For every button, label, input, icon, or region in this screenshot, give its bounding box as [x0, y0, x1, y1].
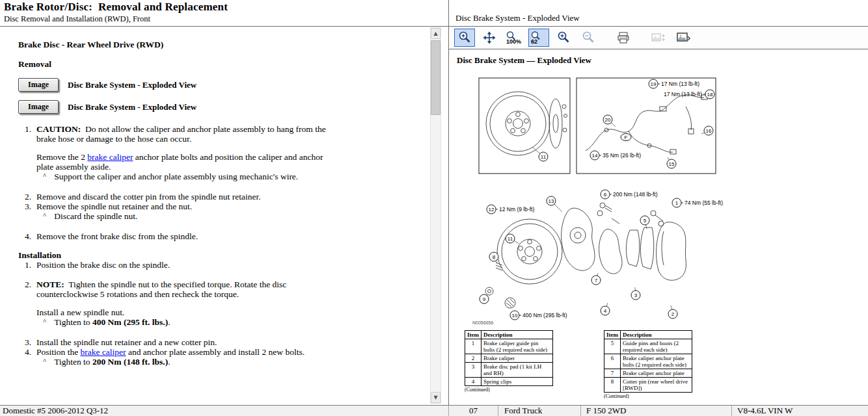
brake-caliper-link[interactable]: brake caliper	[87, 152, 133, 162]
item-number: 1	[465, 339, 481, 354]
viewer-title: Disc Brake System - Exploded View	[455, 13, 580, 23]
step-text: Install the spindle nut retainer and a n…	[36, 337, 331, 347]
image-viewer-panel: Disc Brake System - Exploded View 100%62…	[449, 0, 868, 405]
table-continued-note: (Continued)	[604, 393, 692, 399]
image-capture-button[interactable]	[673, 29, 694, 47]
step-number: 2.	[18, 280, 31, 328]
pan-button[interactable]	[479, 29, 500, 47]
procedure-step: 3.Remove the spindle nut retainer and th…	[18, 202, 331, 222]
step-number: 3.	[18, 202, 31, 222]
step-paragraph: Position the brake disc on the spindle.	[36, 260, 331, 270]
diagram-area: Disc Brake System — Exploded View	[449, 49, 868, 405]
section-heading: Brake Disc - Rear Wheel Drive (RWD)	[18, 40, 331, 49]
image-button[interactable]: Image	[18, 100, 59, 114]
svg-text:1: 1	[675, 200, 679, 206]
table-row: 7Brake caliper anchor plate	[604, 369, 692, 378]
item-description: Brake caliper anchor plate bolts (2 requ…	[621, 354, 692, 369]
step-paragraph: NOTE: Tighten the spindle nut to the spe…	[36, 280, 331, 299]
svg-text:2: 2	[671, 311, 675, 317]
procedure-content: Brake Disc - Rear Wheel Drive (RWD) Remo…	[18, 40, 331, 367]
item-number: 4	[465, 378, 481, 386]
print-button[interactable]	[613, 29, 634, 47]
table-row: 8Cotter pin (rear wheel drive [RWD])	[604, 378, 692, 393]
procedure-step: 2.Remove and discard the cotter pin from…	[18, 192, 331, 202]
status-model: F 150 2WD	[581, 406, 732, 416]
magnifier-plus-icon	[556, 31, 571, 45]
main-callouts-group: 1212 Nm (9 lb-ft)136200 Nm (148 lb-ft)17…	[480, 190, 723, 320]
sub-step: ^Support the caliper and anchor plate as…	[36, 172, 331, 182]
bold-text: CAUTION:	[36, 124, 81, 134]
viewer-toolbar: 100%62	[449, 27, 868, 49]
callout-7: 7	[591, 273, 601, 285]
torque-label: 35 Nm (26 lb-ft)	[603, 152, 641, 159]
step-paragraph: Remove the 2 brake caliper anchor plate …	[36, 152, 331, 172]
sub-step: ^Tighten to 200 Nm (148 ft. lbs.).	[36, 357, 331, 367]
zoom-step-in-button[interactable]	[553, 29, 574, 47]
sub-bullet-caret: ^	[43, 356, 46, 366]
zoom-out-button[interactable]	[578, 29, 599, 47]
callout-4: 4	[601, 303, 610, 315]
svg-text:20: 20	[605, 117, 611, 123]
image-link-label: Disc Brake System - Exploded View	[68, 80, 197, 90]
step-text: CAUTION: Do not allow the caliper and an…	[36, 124, 331, 182]
inset-callouts-group: 1917 Nm (13 lb-ft)1817 Nm (13 lb-ft)2016…	[532, 79, 714, 168]
installation-heading: Installation	[18, 250, 331, 260]
zoom-in-button[interactable]	[454, 29, 475, 47]
svg-text:12: 12	[489, 207, 495, 213]
step-number: 4.	[18, 347, 31, 367]
sub-bullet-caret: ^	[43, 171, 46, 181]
callout-8: 8	[489, 252, 498, 263]
svg-text:100%: 100%	[506, 38, 521, 45]
scrollbar-track[interactable]	[431, 39, 441, 392]
svg-text:6: 6	[604, 192, 607, 198]
zoom-62-button[interactable]: 62	[528, 29, 549, 47]
callout-3: 3	[631, 287, 640, 300]
step-paragraph: Position the brake caliper and anchor pl…	[36, 347, 331, 357]
vertical-scrollbar[interactable]: ▲ ▼	[430, 27, 441, 404]
item-description: Guide pins and boots (2 required each si…	[621, 339, 692, 354]
zoom-100-button[interactable]: 100%	[504, 29, 524, 47]
magnifier-zoom-level-icon: 100%	[505, 31, 523, 45]
svg-text:62: 62	[531, 38, 537, 45]
copy-image-button[interactable]	[648, 29, 669, 47]
svg-text:11: 11	[508, 236, 513, 242]
callout-1: 174 Nm (55 lb-ft)	[672, 198, 723, 207]
parts-tables: ItemDescription1Brake caliper guide pin …	[465, 330, 868, 399]
callout-13: 13	[547, 196, 562, 212]
item-description: Brake caliper guide pin bolts (2 require…	[481, 339, 553, 354]
step-paragraph: Remove the front brake disc from the spi…	[36, 231, 331, 241]
step-text: Position the brake disc on the spindle.	[36, 260, 331, 270]
image-link-row: Image Disc Brake System - Exploded View	[18, 78, 331, 92]
step-paragraph: CAUTION: Do not allow the caliper and an…	[36, 124, 331, 144]
svg-text:16: 16	[706, 128, 712, 134]
torque-label: 17 Nm (13 lb-ft)	[661, 81, 699, 87]
removal-heading: Removal	[18, 59, 331, 69]
procedure-scroll-area: Brake Disc - Rear Wheel Drive (RWD) Remo…	[0, 27, 448, 405]
step-number: 4.	[18, 231, 31, 241]
image-capture-icon	[675, 31, 691, 45]
image-button[interactable]: Image	[18, 78, 59, 92]
item-number: 2	[465, 354, 481, 363]
magnifier-plus-icon	[457, 31, 472, 45]
page-subtitle: Disc Removal and Installation (RWD), Fro…	[4, 14, 448, 24]
table-row: 1Brake caliper guide pin bolts (2 requir…	[465, 339, 553, 354]
parts-table-1: ItemDescription1Brake caliper guide pin …	[465, 330, 553, 399]
procedure-step: 4.Position the brake caliper and anchor …	[18, 347, 331, 367]
table-header: Description	[621, 331, 692, 339]
app-window: Brake Rotor/Disc: Removal and Replacemen…	[0, 0, 868, 405]
table-continued-note: (Continued)	[465, 387, 553, 393]
scroll-down-button[interactable]: ▼	[431, 392, 441, 403]
sub-bullet-caret: ^	[43, 211, 46, 220]
image-export-icon	[651, 31, 666, 45]
brake-caliper-link[interactable]: brake caliper	[81, 347, 126, 357]
item-description: Cotter pin (rear wheel drive [RWD])	[621, 378, 692, 393]
step-paragraph: Remove the spindle nut retainer and the …	[36, 202, 331, 211]
scroll-up-button[interactable]: ▲	[431, 28, 441, 39]
procedure-step: 1.Position the brake disc on the spindle…	[18, 260, 331, 270]
table-row: 5Guide pins and boots (2 required each s…	[604, 339, 692, 354]
step-number: 3.	[18, 337, 31, 347]
scrollbar-thumb[interactable]	[431, 40, 441, 115]
svg-text:13: 13	[549, 198, 554, 204]
callout-20: 20	[603, 115, 616, 127]
callout-6: 6200 Nm (148 lb-ft)	[601, 190, 658, 199]
